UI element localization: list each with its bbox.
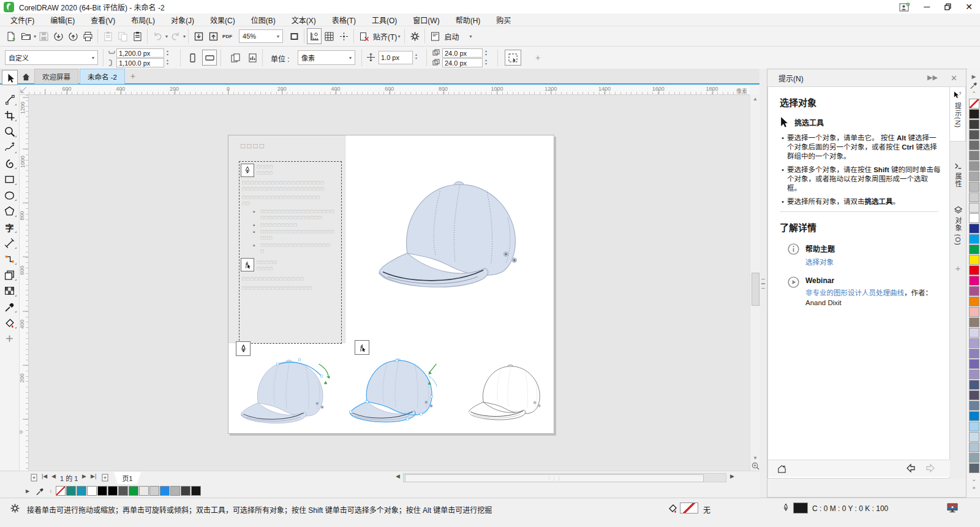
import-icon[interactable]: [191, 28, 206, 44]
minimize-button[interactable]: ─: [924, 0, 930, 13]
menu-item[interactable]: 购买: [488, 15, 519, 25]
print-icon[interactable]: [80, 28, 95, 44]
color-swatch[interactable]: [170, 486, 180, 496]
color-swatch[interactable]: [969, 182, 979, 192]
add-docker-button[interactable]: +: [950, 259, 966, 274]
palette-scroll-left-icon[interactable]: ‹: [50, 488, 51, 495]
page-width-field[interactable]: 1,200.0 px: [116, 48, 164, 58]
prev-page-icon[interactable]: ◀: [51, 473, 56, 479]
color-swatch[interactable]: [969, 224, 979, 233]
status-gear-icon[interactable]: [10, 503, 20, 514]
fullscreen-preview-icon[interactable]: [287, 28, 301, 44]
color-swatch[interactable]: [969, 349, 979, 358]
close-button[interactable]: ✕: [965, 0, 973, 13]
color-swatch[interactable]: [969, 265, 979, 275]
palette-eyedropper-icon[interactable]: [36, 487, 45, 496]
drop-shadow-tool[interactable]: [2, 267, 18, 282]
color-swatch[interactable]: [969, 234, 979, 244]
restore-button[interactable]: [943, 2, 952, 11]
color-swatch[interactable]: [118, 486, 128, 496]
color-swatch[interactable]: [969, 286, 979, 296]
menu-item[interactable]: 工具(O): [364, 15, 405, 25]
gutter-grip[interactable]: [761, 279, 765, 289]
color-swatch[interactable]: [969, 328, 979, 338]
home-tab-icon[interactable]: [20, 71, 32, 83]
vertical-scrollbar[interactable]: ▲ ▼: [750, 95, 760, 471]
menu-item[interactable]: 编辑(E): [42, 15, 83, 25]
page-tab[interactable]: 页1: [114, 472, 141, 484]
duplicate-y-spinner[interactable]: ▴▾: [484, 58, 487, 66]
show-grid-icon[interactable]: [322, 28, 336, 44]
menu-item[interactable]: 查看(V): [83, 15, 123, 25]
docker-tab-hints[interactable]: ?提示(N): [950, 86, 966, 142]
color-swatch[interactable]: [969, 203, 979, 213]
ellipse-tool[interactable]: [2, 188, 18, 203]
transparency-tool[interactable]: [2, 283, 18, 298]
vertical-scroll-thumb[interactable]: [752, 273, 760, 306]
fill-color-swatch[interactable]: [680, 502, 698, 514]
horizontal-scrollbar[interactable]: ⋮⋮⋮: [403, 473, 726, 482]
color-swatch[interactable]: [66, 486, 76, 496]
color-swatch[interactable]: [969, 161, 979, 171]
hscroll-right-icon[interactable]: ▶: [730, 473, 734, 479]
rectangle-tool[interactable]: [2, 172, 18, 187]
menu-item[interactable]: 文本(X): [284, 15, 324, 25]
scroll-up-icon[interactable]: ▲: [750, 96, 760, 102]
connector-tool[interactable]: [2, 251, 18, 267]
color-swatch[interactable]: [969, 432, 979, 442]
color-swatch[interactable]: [969, 192, 979, 202]
artistic-media-tool[interactable]: [2, 156, 18, 171]
color-swatch[interactable]: [969, 276, 979, 286]
add-page-start-icon[interactable]: [31, 474, 39, 482]
color-swatch[interactable]: [969, 453, 979, 463]
palette-flyout-icon[interactable]: ▶: [26, 488, 29, 494]
color-swatch[interactable]: [969, 245, 979, 254]
outline-color-swatch[interactable]: [793, 502, 808, 514]
all-pages-icon[interactable]: [228, 50, 243, 66]
zoom-to-fit-icon[interactable]: [752, 462, 760, 470]
color-swatch[interactable]: [969, 213, 979, 223]
options-gear-icon[interactable]: [407, 28, 422, 44]
hints-home-icon[interactable]: [777, 463, 787, 474]
vertical-ruler[interactable]: 120010008006004002000: [20, 95, 29, 471]
text-tool[interactable]: 字: [2, 219, 18, 235]
page-height-field[interactable]: 1,100.0 px: [116, 58, 164, 67]
color-swatch[interactable]: [969, 151, 979, 161]
color-swatch[interactable]: [969, 359, 979, 369]
launch-caret-icon[interactable]: ▾: [469, 34, 472, 39]
shape-tool[interactable]: [2, 92, 18, 107]
docker-close-icon[interactable]: ✕: [951, 74, 957, 83]
color-swatch[interactable]: [181, 486, 190, 496]
color-swatch[interactable]: [969, 119, 979, 129]
color-swatch[interactable]: [969, 109, 979, 119]
interactive-fill-tool[interactable]: [2, 315, 18, 330]
palette-flyout-icon[interactable]: ▶: [972, 72, 976, 81]
pick-tool-selected-box[interactable]: [2, 70, 18, 85]
color-swatch[interactable]: [108, 486, 118, 496]
duplicate-x-spinner[interactable]: ▴▾: [484, 49, 487, 56]
color-swatch[interactable]: [77, 486, 86, 496]
color-swatch[interactable]: [969, 307, 979, 317]
paste-icon[interactable]: [130, 28, 145, 44]
palette-eyedropper-icon[interactable]: [970, 81, 978, 89]
horizontal-scroll-thumb[interactable]: ⋮⋮⋮: [405, 474, 704, 482]
open-icon[interactable]: [18, 28, 33, 44]
menu-item[interactable]: 位图(B): [243, 15, 284, 25]
palette-scroll-down-icon[interactable]: ⌄: [971, 475, 976, 483]
no-color-swatch[interactable]: [56, 486, 66, 496]
duplicate-x-field[interactable]: 24.0 px: [442, 48, 483, 58]
menu-item[interactable]: 表格(T): [324, 15, 364, 25]
document-page[interactable]: □□□□ □□□□□□□□□□□□□□□□□□□□□□□□□□□□□□□□□□□…: [228, 135, 554, 434]
snap-off-icon[interactable]: [356, 28, 371, 44]
current-page-icon[interactable]: [245, 50, 260, 66]
zoom-tool[interactable]: [2, 124, 18, 139]
new-document-tab-button[interactable]: +: [126, 69, 140, 83]
cap-trace-shape[interactable]: [342, 349, 443, 433]
add-tools[interactable]: [2, 331, 18, 346]
color-swatch[interactable]: [969, 463, 979, 473]
menu-item[interactable]: 对象(J): [163, 15, 202, 25]
launch-pane-icon[interactable]: [428, 28, 442, 44]
docker-tab-objects[interactable]: 对象 (O): [950, 202, 966, 249]
show-rulers-icon[interactable]: [307, 28, 322, 44]
color-swatch[interactable]: [969, 442, 979, 452]
